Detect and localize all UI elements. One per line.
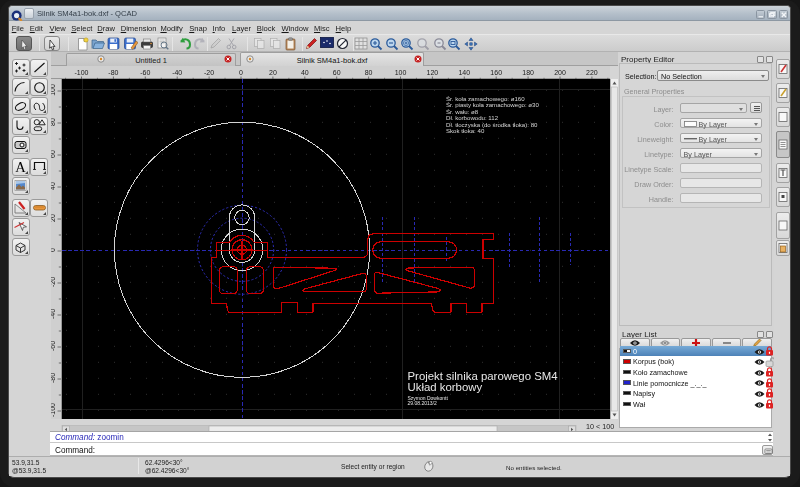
svg-text:80: 80 (51, 118, 56, 126)
svg-text:Skok tłoka: 40: Skok tłoka: 40 (446, 127, 485, 134)
svg-text:200: 200 (554, 69, 566, 76)
svg-text:A: A (15, 159, 26, 174)
svg-text:60: 60 (51, 150, 56, 158)
svg-text:-40: -40 (51, 309, 56, 319)
svg-text:100: 100 (395, 69, 407, 76)
svg-text:29.08.2013/2: 29.08.2013/2 (408, 400, 437, 406)
svg-text:0: 0 (239, 69, 243, 76)
svg-text:140: 140 (458, 69, 470, 76)
svg-text:-100: -100 (74, 69, 88, 76)
svg-text:80: 80 (365, 69, 373, 76)
svg-text:Projekt silnika parowego SM4: Projekt silnika parowego SM4 (408, 370, 558, 382)
svg-text:160: 160 (490, 69, 502, 76)
svg-text:220: 220 (586, 69, 598, 76)
svg-text:20: 20 (51, 214, 56, 222)
svg-text:-20: -20 (51, 277, 56, 287)
svg-text:-60: -60 (140, 69, 150, 76)
svg-text:120: 120 (427, 69, 439, 76)
svg-text:0: 0 (51, 248, 56, 252)
svg-text:-80: -80 (108, 69, 118, 76)
svg-text:40: 40 (301, 69, 309, 76)
svg-text:20: 20 (269, 69, 277, 76)
svg-text:40: 40 (51, 182, 56, 190)
svg-text:-80: -80 (51, 373, 56, 383)
svg-text:-100: -100 (51, 403, 56, 417)
svg-text:60: 60 (333, 69, 341, 76)
svg-text:-40: -40 (172, 69, 182, 76)
svg-text:-20: -20 (204, 69, 214, 76)
svg-text:100: 100 (51, 84, 56, 96)
svg-text:-60: -60 (51, 341, 56, 351)
svg-text:180: 180 (522, 69, 534, 76)
svg-text:Układ korbowy: Układ korbowy (408, 381, 483, 393)
